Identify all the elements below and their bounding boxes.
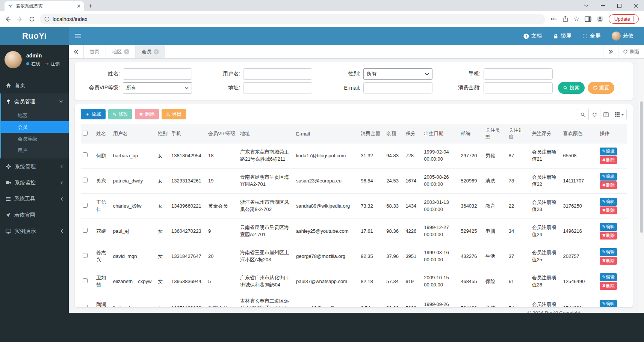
email-input[interactable] bbox=[363, 82, 432, 93]
update-button[interactable]: Update bbox=[609, 14, 639, 24]
search-button[interactable]: 搜索 bbox=[558, 82, 585, 94]
browser-menu-icon[interactable] bbox=[633, 16, 635, 22]
reload-button[interactable] bbox=[28, 15, 36, 23]
app-logo[interactable]: RuoYi bbox=[0, 27, 69, 45]
url-bar[interactable]: localhost/index bbox=[40, 14, 545, 24]
select-all-header bbox=[81, 124, 94, 143]
row-edit-button[interactable]: ✎编辑 bbox=[600, 198, 617, 206]
window-chevron-icon[interactable] bbox=[578, 0, 594, 11]
table-search-toggle-button[interactable] bbox=[577, 109, 589, 120]
vertical-scrollbar[interactable] bbox=[639, 59, 644, 313]
close-tab-icon[interactable]: ✕ bbox=[154, 49, 159, 54]
member-table: 姓名用户名性别手机会员VIP等级地址E-mail消费金额余额积分出生日期邮编关注… bbox=[81, 124, 627, 307]
sidebar-item-member[interactable]: 会员 bbox=[1, 121, 69, 133]
side-panel-icon[interactable] bbox=[585, 16, 591, 22]
cell-amount: 82.18 bbox=[359, 269, 384, 294]
row-edit-button[interactable]: ✎编辑 bbox=[600, 273, 617, 281]
logout-link[interactable]: 注销 bbox=[51, 61, 60, 67]
tabs-scroll-left-button[interactable] bbox=[69, 45, 84, 58]
name-input[interactable] bbox=[123, 68, 192, 80]
sidebar-item-system-monitor[interactable]: 系统监控 bbox=[0, 175, 69, 191]
fullscreen-link[interactable]: 全屏 bbox=[582, 33, 600, 39]
row-delete-button[interactable]: ✖删除 bbox=[600, 232, 617, 240]
scrollbar-thumb[interactable] bbox=[640, 101, 643, 233]
export-button[interactable]: 导出 bbox=[162, 109, 186, 119]
password-key-icon[interactable] bbox=[550, 16, 557, 22]
close-tab-icon[interactable]: ✕ bbox=[124, 49, 129, 54]
sidebar-item-member-level[interactable]: 会员等级 bbox=[1, 133, 69, 145]
row-checkbox[interactable] bbox=[83, 152, 88, 157]
tab-close-icon[interactable]: ✕ bbox=[77, 3, 81, 9]
table-columns-button[interactable] bbox=[612, 109, 627, 120]
cell-username: linda_qigau bbox=[111, 294, 156, 307]
row-checkbox[interactable] bbox=[83, 178, 88, 182]
edit-button[interactable]: ✎修改 bbox=[108, 109, 132, 119]
sidebar-item-system-tools[interactable]: 系统工具 bbox=[0, 191, 69, 207]
profile-icon[interactable] bbox=[597, 16, 603, 23]
reset-button[interactable]: 重置 bbox=[588, 82, 614, 94]
row-checkbox[interactable] bbox=[83, 203, 88, 208]
row-checkbox[interactable] bbox=[83, 305, 88, 307]
row-edit-button[interactable]: ✎编辑 bbox=[600, 173, 617, 181]
row-checkbox[interactable] bbox=[83, 253, 88, 258]
table-card-view-button[interactable] bbox=[600, 109, 612, 120]
row-checkbox[interactable] bbox=[83, 278, 88, 283]
window-maximize-button[interactable] bbox=[611, 0, 627, 11]
sidebar-item-system-mgmt[interactable]: 系统管理 bbox=[0, 158, 69, 175]
window-close-button[interactable] bbox=[627, 0, 644, 11]
sidebar-item-member-mgmt[interactable]: 会员管理 bbox=[1, 93, 69, 110]
phone-input[interactable] bbox=[484, 68, 553, 80]
user-menu[interactable]: 若依 bbox=[612, 32, 633, 41]
docs-link[interactable]: ? 文档 bbox=[523, 33, 542, 39]
cell-operations: ✎编辑✖删除 bbox=[598, 219, 627, 244]
cell-name: 奚东 bbox=[94, 169, 111, 194]
address-input[interactable] bbox=[243, 82, 312, 93]
page-tab-member[interactable]: 会员 ✕ bbox=[136, 45, 165, 58]
cell-favorite_color: 14111707 bbox=[561, 169, 598, 194]
share-icon[interactable] bbox=[562, 16, 568, 22]
cell-favorite_color: 8744881 bbox=[561, 294, 598, 307]
cell-vip_level: 5 bbox=[206, 269, 238, 294]
page-tab-region[interactable]: 地区 ✕ bbox=[106, 45, 136, 58]
sidebar-item-region[interactable]: 地区 bbox=[1, 110, 69, 121]
page-tab-home[interactable]: 首页 bbox=[84, 45, 106, 58]
row-checkbox[interactable] bbox=[83, 228, 88, 233]
username-input[interactable] bbox=[243, 68, 312, 80]
window-minimize-button[interactable] bbox=[594, 0, 611, 11]
amount-input[interactable] bbox=[484, 82, 553, 93]
delete-button[interactable]: ✖删除 bbox=[135, 109, 159, 119]
row-delete-button[interactable]: ✖删除 bbox=[600, 282, 617, 290]
row-edit-button[interactable]: ✎编辑 bbox=[600, 148, 617, 155]
row-edit-button[interactable]: ✎编辑 bbox=[600, 300, 617, 307]
table-row: 花婕paul_ej女136042702239云南省昆明市呈贡区海宜园A2-701… bbox=[81, 219, 627, 244]
cell-address: 吉林省长春市二道区远达大街街利通区小区4-3-201 bbox=[238, 294, 294, 307]
sidebar-item-official-site[interactable]: 若依官网 bbox=[0, 207, 69, 223]
sidebar-item-demo[interactable]: 实例演示 bbox=[0, 223, 69, 239]
site-info-icon[interactable] bbox=[44, 17, 50, 22]
cell-points: 919 bbox=[404, 269, 422, 294]
new-tab-button[interactable]: + bbox=[89, 2, 92, 11]
refresh-tab-button[interactable]: 刷新 bbox=[618, 45, 644, 58]
table-refresh-button[interactable] bbox=[588, 109, 600, 120]
row-delete-button[interactable]: ✖删除 bbox=[600, 181, 617, 189]
row-edit-button[interactable]: ✎编辑 bbox=[600, 248, 617, 256]
bookmark-star-icon[interactable]: ☆ bbox=[574, 15, 579, 23]
select-all-checkbox[interactable] bbox=[83, 131, 88, 136]
row-delete-button[interactable]: ✖删除 bbox=[600, 206, 617, 214]
tabs-scroll-right-button[interactable] bbox=[603, 45, 618, 58]
lock-screen-link[interactable]: 锁屏 bbox=[553, 33, 571, 39]
chevron-down-icon bbox=[425, 73, 429, 75]
forward-button[interactable] bbox=[16, 15, 24, 23]
avatar[interactable] bbox=[5, 51, 22, 68]
gender-select[interactable]: 所有 bbox=[363, 68, 432, 80]
vip-level-select[interactable]: 所有 bbox=[123, 82, 192, 93]
sidebar-item-user[interactable]: 用户 bbox=[1, 145, 69, 156]
add-button[interactable]: ＋添加 bbox=[81, 109, 106, 119]
sidebar-item-home[interactable]: 首页 bbox=[0, 77, 69, 93]
browser-tab[interactable]: 若依系统首页 ✕ bbox=[5, 1, 84, 11]
sidebar-toggle-icon[interactable] bbox=[69, 27, 88, 45]
back-button[interactable] bbox=[4, 15, 12, 23]
row-delete-button[interactable]: ✖删除 bbox=[600, 156, 617, 164]
row-edit-button[interactable]: ✎编辑 bbox=[600, 223, 617, 231]
row-delete-button[interactable]: ✖删除 bbox=[600, 257, 617, 265]
